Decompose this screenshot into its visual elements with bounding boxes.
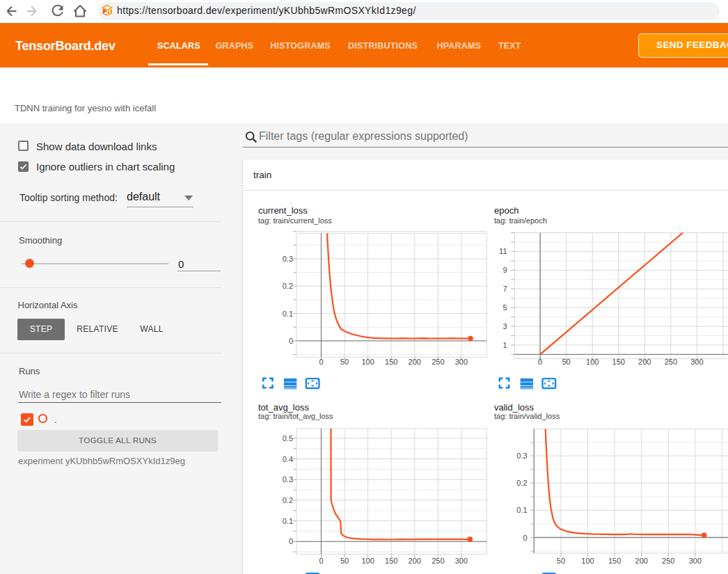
svg-text:0: 0 [289, 537, 293, 545]
svg-text:250: 250 [432, 557, 444, 565]
svg-text:7: 7 [503, 285, 507, 293]
svg-text:0.3: 0.3 [283, 255, 293, 263]
svg-text:300: 300 [455, 557, 468, 565]
svg-text:250: 250 [665, 358, 677, 366]
svg-text:11: 11 [499, 247, 507, 255]
svg-text:50: 50 [340, 557, 349, 565]
svg-text:0: 0 [319, 358, 323, 366]
svg-text:0.2: 0.2 [283, 282, 293, 290]
svg-text:200: 200 [409, 557, 421, 565]
svg-text:9: 9 [503, 266, 507, 274]
svg-text:0.1: 0.1 [283, 517, 293, 525]
svg-text:200: 200 [638, 358, 651, 366]
svg-text:300: 300 [689, 557, 702, 565]
svg-text:0: 0 [289, 337, 293, 345]
svg-text:0: 0 [523, 534, 527, 542]
svg-text:300: 300 [455, 358, 468, 366]
svg-text:0.3: 0.3 [516, 452, 527, 460]
svg-text:100: 100 [586, 358, 599, 366]
svg-text:150: 150 [612, 358, 625, 366]
svg-text:5: 5 [503, 303, 507, 312]
svg-text:200: 200 [409, 358, 421, 366]
svg-text:50: 50 [562, 358, 570, 366]
svg-text:250: 250 [662, 557, 674, 565]
svg-text:50: 50 [340, 358, 349, 366]
svg-text:50: 50 [557, 557, 565, 565]
svg-text:0.1: 0.1 [516, 506, 527, 514]
svg-text:150: 150 [385, 557, 397, 565]
svg-text:100: 100 [361, 557, 374, 565]
svg-text:1: 1 [503, 341, 507, 349]
svg-text:0.5: 0.5 [283, 434, 293, 443]
svg-text:0.2: 0.2 [283, 496, 293, 504]
svg-text:200: 200 [635, 557, 648, 565]
svg-text:0.2: 0.2 [516, 479, 527, 487]
svg-text:100: 100 [361, 358, 374, 366]
svg-text:0.1: 0.1 [283, 310, 293, 318]
svg-text:0.3: 0.3 [283, 475, 293, 484]
svg-text:3: 3 [503, 322, 507, 330]
svg-text:150: 150 [608, 557, 621, 565]
svg-text:150: 150 [385, 358, 397, 366]
svg-text:250: 250 [432, 358, 444, 366]
svg-text:0.4: 0.4 [283, 455, 293, 463]
svg-text:300: 300 [690, 358, 703, 366]
svg-text:100: 100 [581, 557, 594, 565]
svg-text:0: 0 [319, 557, 323, 565]
svg-text:0: 0 [538, 358, 542, 366]
